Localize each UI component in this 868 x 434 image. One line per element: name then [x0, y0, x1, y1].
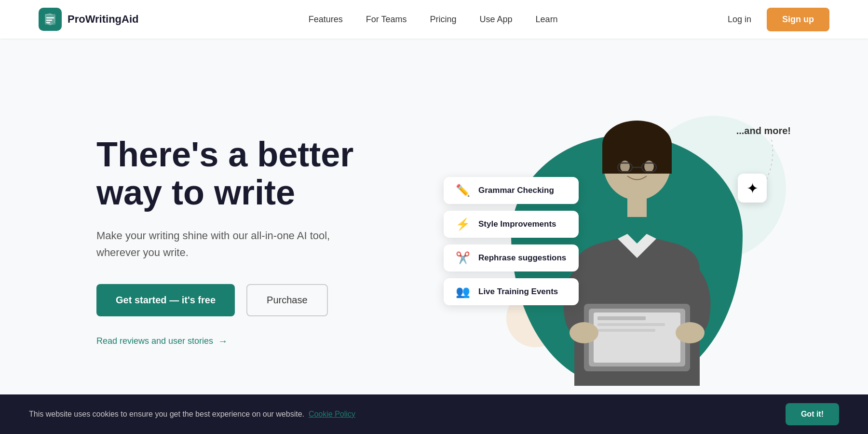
reviews-link-text: Read reviews and user stories — [96, 336, 213, 346]
style-icon: ⚡ — [454, 217, 472, 231]
and-more-label: ...and more! — [736, 125, 791, 136]
svg-point-4 — [644, 161, 654, 172]
training-label: Live Training Events — [478, 287, 558, 297]
main-nav: Features For Teams Pricing Use App Learn — [309, 14, 558, 25]
svg-rect-13 — [597, 323, 665, 326]
hero-left: There's a better way to write Make your … — [96, 136, 424, 347]
cookie-text: This website uses cookies to ensure you … — [29, 410, 355, 419]
feature-card-training: 👥 Live Training Events — [444, 278, 579, 305]
reviews-link[interactable]: Read reviews and user stories → — [96, 336, 405, 347]
login-link[interactable]: Log in — [728, 14, 751, 25]
hero-subtitle: Make your writing shine with our all-in-… — [96, 227, 338, 261]
svg-point-15 — [570, 322, 598, 343]
hero-title: There's a better way to write — [96, 136, 405, 212]
signup-button[interactable]: Sign up — [767, 8, 829, 31]
svg-point-16 — [676, 322, 705, 343]
logo[interactable]: ProWritingAid — [39, 8, 138, 31]
cta-buttons: Get started — it's free Purchase — [96, 284, 405, 316]
rephrase-label: Rephrase suggestions — [478, 253, 566, 263]
logo-icon — [39, 8, 62, 31]
header-actions: Log in Sign up — [728, 8, 829, 31]
grammar-icon: ✏️ — [454, 184, 472, 197]
nav-pricing[interactable]: Pricing — [430, 14, 457, 25]
nav-use-app[interactable]: Use App — [480, 14, 513, 25]
training-icon: 👥 — [454, 285, 472, 298]
feature-card-grammar: ✏️ Grammar Checking — [444, 177, 579, 204]
sparkle-icon: ✦ — [738, 174, 767, 203]
header: ProWritingAid Features For Teams Pricing… — [0, 0, 868, 39]
svg-rect-12 — [597, 316, 646, 320]
get-started-button[interactable]: Get started — it's free — [96, 284, 235, 316]
svg-rect-14 — [597, 329, 655, 332]
nav-for-teams[interactable]: For Teams — [366, 14, 407, 25]
svg-rect-2 — [602, 145, 672, 174]
rephrase-icon: ✂️ — [454, 251, 472, 265]
nav-features[interactable]: Features — [309, 14, 343, 25]
feature-card-rephrase: ✂️ Rephrase suggestions — [444, 244, 579, 271]
purchase-button[interactable]: Purchase — [246, 284, 328, 316]
hero-title-line1: There's a better — [96, 135, 353, 174]
svg-rect-8 — [627, 198, 647, 217]
logo-svg — [43, 12, 57, 27]
feature-cards: ✏️ Grammar Checking ⚡ Style Improvements… — [444, 177, 579, 305]
cookie-policy-link[interactable]: Cookie Policy — [309, 410, 355, 418]
arrow-right-icon: → — [218, 336, 228, 347]
cookie-banner: This website uses cookies to ensure you … — [0, 394, 868, 434]
style-label: Style Improvements — [478, 219, 556, 229]
illustration: ✏️ Grammar Checking ⚡ Style Improvements… — [458, 96, 796, 386]
main-content: There's a better way to write Make your … — [0, 39, 868, 434]
nav-learn[interactable]: Learn — [536, 14, 558, 25]
got-it-button[interactable]: Got it! — [786, 403, 839, 425]
feature-card-style: ⚡ Style Improvements — [444, 211, 579, 238]
svg-point-3 — [620, 161, 630, 172]
grammar-label: Grammar Checking — [478, 186, 554, 195]
cookie-message: This website uses cookies to ensure you … — [29, 410, 304, 418]
hero-title-line2: way to write — [96, 173, 295, 212]
hero-right: ✏️ Grammar Checking ⚡ Style Improvements… — [424, 72, 829, 410]
logo-text: ProWritingAid — [68, 13, 138, 26]
